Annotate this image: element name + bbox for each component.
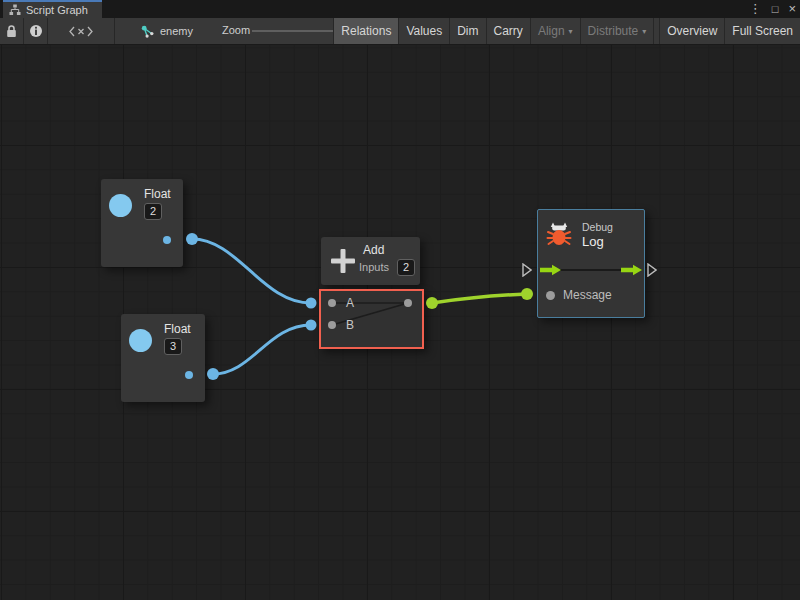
maximize-icon[interactable]: □ bbox=[772, 0, 779, 18]
wire-endpoint-dot[interactable] bbox=[426, 297, 438, 309]
wire-endpoint-dot[interactable] bbox=[521, 288, 533, 300]
port-label-b: B bbox=[346, 318, 354, 332]
node-category: Debug bbox=[582, 221, 613, 233]
node-title: Float bbox=[144, 187, 171, 201]
dim-button[interactable]: Dim bbox=[449, 18, 485, 44]
wire-float2-to-add-b[interactable] bbox=[213, 325, 311, 374]
distribute-dropdown[interactable]: Distribute ▾ bbox=[580, 18, 654, 44]
lock-button[interactable] bbox=[0, 18, 23, 44]
relations-button[interactable]: Relations bbox=[333, 18, 398, 44]
wire-endpoint-dot[interactable] bbox=[306, 320, 317, 331]
float-value-input[interactable]: 2 bbox=[144, 203, 162, 220]
breadcrumb-label: enemy bbox=[160, 25, 193, 37]
add-input-port-a[interactable] bbox=[328, 299, 336, 307]
flow-output-arrow-icon[interactable] bbox=[621, 264, 643, 276]
bug-icon bbox=[546, 221, 572, 247]
wire-endpoint-dot[interactable] bbox=[306, 298, 317, 309]
values-button[interactable]: Values bbox=[398, 18, 449, 44]
plus-icon bbox=[329, 247, 357, 275]
message-port-label: Message bbox=[563, 288, 612, 302]
lock-icon bbox=[6, 25, 17, 38]
info-icon bbox=[29, 24, 43, 38]
flow-out-triangle-port[interactable] bbox=[647, 263, 657, 277]
inputs-count-input[interactable]: 2 bbox=[397, 259, 415, 276]
float-value-input[interactable]: 3 bbox=[164, 338, 182, 355]
message-input-port[interactable] bbox=[546, 291, 555, 300]
flow-in-triangle-port[interactable] bbox=[522, 263, 532, 277]
add-node-header[interactable]: Add Inputs 2 bbox=[321, 237, 420, 285]
add-output-port[interactable] bbox=[404, 299, 412, 307]
tab-title: Script Graph bbox=[26, 4, 88, 16]
wire-endpoint-dot[interactable] bbox=[207, 368, 219, 380]
node-title: Float bbox=[164, 322, 191, 336]
overview-button[interactable]: Overview bbox=[659, 18, 724, 44]
float-output-port[interactable] bbox=[163, 236, 171, 244]
align-dropdown[interactable]: Align ▾ bbox=[530, 18, 580, 44]
menu-icon[interactable]: ⋮ bbox=[749, 0, 762, 18]
carry-button[interactable]: Carry bbox=[486, 18, 530, 44]
graph-icon bbox=[141, 25, 154, 38]
wire-add-to-debug-message[interactable] bbox=[432, 294, 527, 303]
titlebar: Script Graph ⋮ □ × bbox=[0, 0, 800, 18]
port-label-a: A bbox=[346, 296, 354, 310]
toolbar-buttons: Relations Values Dim Carry Align ▾ Distr… bbox=[333, 18, 800, 44]
toolbar: enemy Zoom 1x Relations Values Dim Carry… bbox=[0, 18, 800, 45]
float-output-port[interactable] bbox=[185, 371, 193, 379]
window-controls: ⋮ □ × bbox=[749, 0, 796, 18]
chevron-down-icon: ▾ bbox=[569, 27, 573, 36]
chevron-down-icon: ▾ bbox=[642, 27, 646, 36]
code-brackets-icon bbox=[69, 26, 93, 37]
breadcrumb[interactable]: enemy bbox=[141, 18, 193, 44]
node-title: Log bbox=[582, 234, 604, 249]
fullscreen-button[interactable]: Full Screen bbox=[724, 18, 800, 44]
zoom-label: Zoom bbox=[222, 24, 250, 36]
inputs-label: Inputs bbox=[359, 261, 389, 273]
float-node-2[interactable]: Float 3 bbox=[121, 314, 205, 402]
zoom-slider[interactable] bbox=[252, 18, 340, 44]
float-type-icon bbox=[109, 194, 132, 217]
tab-script-graph[interactable]: Script Graph bbox=[3, 0, 102, 18]
wire-endpoint-dot[interactable] bbox=[186, 233, 198, 245]
flow-relation-line bbox=[558, 269, 626, 271]
close-icon[interactable]: × bbox=[788, 0, 796, 18]
info-button[interactable] bbox=[24, 18, 47, 44]
flow-input-arrow-icon[interactable] bbox=[540, 264, 562, 276]
add-node-body-selected[interactable]: A B bbox=[319, 289, 424, 349]
no-source-button[interactable] bbox=[48, 18, 114, 44]
node-title: Add bbox=[363, 243, 384, 257]
debug-log-node[interactable]: Debug Log Message bbox=[537, 209, 645, 318]
zoom-slider-track[interactable] bbox=[252, 30, 340, 32]
add-input-port-b[interactable] bbox=[328, 321, 336, 329]
script-graph-icon bbox=[9, 4, 21, 16]
wire-float1-to-add-a[interactable] bbox=[192, 239, 311, 303]
float-node-1[interactable]: Float 2 bbox=[101, 179, 183, 267]
float-type-icon bbox=[129, 329, 152, 352]
graph-canvas[interactable]: Float 2 Float 3 Add Inputs 2 A B bbox=[0, 45, 800, 600]
